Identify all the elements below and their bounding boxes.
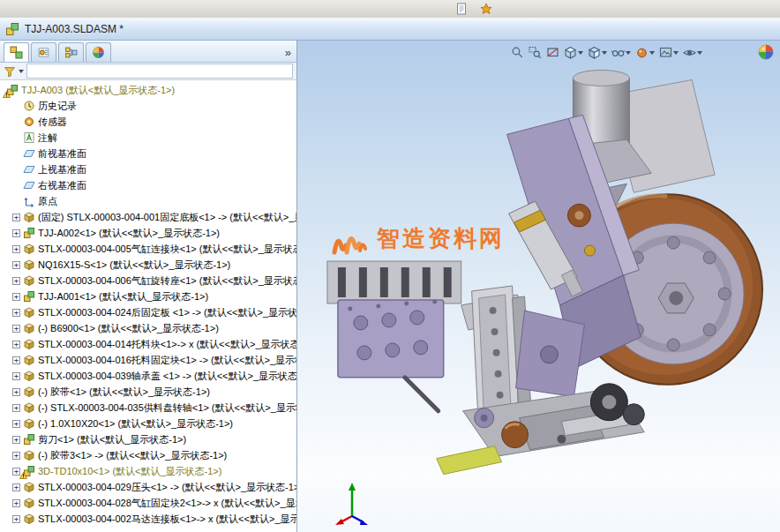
history-icon xyxy=(23,100,35,112)
graphics-viewport[interactable]: 智造资料网 xyxy=(297,41,780,532)
assembly-icon xyxy=(23,227,35,239)
window-title: TJJ-A003.SLDASM * xyxy=(25,23,124,35)
tree-item[interactable]: +NQ16X15-S<1> (默认<<默认>_显示状态-1>) xyxy=(0,257,296,273)
expand-toggle[interactable]: + xyxy=(12,452,20,460)
expand-toggle[interactable]: + xyxy=(12,356,20,364)
tree-item[interactable]: 前视基准面 xyxy=(0,146,296,161)
tree-item-label: TJJ-A001<1> (默认<默认_显示状态-1>) xyxy=(38,290,208,303)
expand-toggle[interactable]: + xyxy=(12,245,20,253)
part-icon xyxy=(23,401,35,414)
title-bar[interactable]: TJJ-A003.SLDASM * xyxy=(0,18,780,41)
view-orientation-caret[interactable] xyxy=(578,51,583,55)
tree-item[interactable]: 原点 xyxy=(0,193,296,209)
tree-item[interactable]: +STLX-00003-004-014托料块<1>-> x (默认<<默认>_显… xyxy=(0,336,296,352)
tree-item[interactable]: +TJJ-A001<1> (默认<默认_显示状态-1>) xyxy=(0,288,296,304)
filter-dropdown-caret[interactable] xyxy=(19,70,24,73)
tree-item-label: 上视基准面 xyxy=(38,163,86,176)
tree-item[interactable]: 上视基准面 xyxy=(0,161,296,177)
tree-item-label: (-) B6900<1> (默认<<默认>_显示状态-1>) xyxy=(38,322,219,335)
tree-item[interactable]: +STLX-00003-004-006气缸旋转座<1> (默认<<默认>_显示状… xyxy=(0,273,296,288)
filter-funnel-icon[interactable] xyxy=(4,65,16,77)
tree-item[interactable]: +(-) 1.0X10X20<1> (默认<默认>_显示状态-1>) xyxy=(0,416,296,431)
expand-toggle[interactable]: + xyxy=(12,293,20,301)
edit-appearance-icon[interactable] xyxy=(635,45,655,60)
tree-item-label: STLX-00003-004-029压头<1> -> (默认<<默认>_显示状态… xyxy=(38,481,296,494)
edit-appearance-caret[interactable] xyxy=(649,51,655,55)
tree-item[interactable]: +STLX-00003-004-028气缸固定块2<1>-> x (默认<<默认… xyxy=(0,495,296,511)
apply-scene-caret[interactable] xyxy=(673,51,679,55)
annotations-icon xyxy=(23,131,35,144)
expand-toggle[interactable]: + xyxy=(12,309,20,317)
hide-show-caret[interactable] xyxy=(626,51,631,55)
plane-icon xyxy=(23,147,35,160)
solidworks-resources-sphere[interactable] xyxy=(758,44,774,60)
tree-item[interactable]: +STLX-00003-004-016托料固定块<1> -> (默认<<默认>_… xyxy=(0,352,296,368)
configurationmanager-tab[interactable] xyxy=(58,42,84,62)
hide-show-items-icon[interactable] xyxy=(611,45,631,60)
menu-strip xyxy=(0,0,780,19)
document-icon[interactable] xyxy=(455,3,468,15)
zoom-to-area-icon[interactable] xyxy=(529,45,542,60)
zoom-fit-icon[interactable] xyxy=(511,45,524,60)
tree-item[interactable]: 右视基准面 xyxy=(0,177,296,193)
expand-toggle[interactable]: + xyxy=(12,341,20,348)
display-style-caret[interactable] xyxy=(602,51,607,55)
tree-item[interactable]: 注解 xyxy=(0,130,296,146)
expand-toggle[interactable]: + xyxy=(12,229,20,237)
expand-toggle[interactable]: + xyxy=(12,277,20,285)
tree-item[interactable]: +STLX-00003-004-029压头<1> -> (默认<<默认>_显示状… xyxy=(0,479,296,495)
sensors-icon xyxy=(23,116,35,128)
tree-item[interactable]: +3D-TD10x10<1> (默认<默认_显示状态-1>) xyxy=(0,463,296,479)
section-view-icon[interactable] xyxy=(546,45,559,60)
expand-toggle[interactable]: + xyxy=(12,388,20,396)
apply-scene-icon[interactable] xyxy=(659,45,679,60)
tree-item[interactable]: +(固定) STLX-00003-004-001固定底板<1> -> (默认<<… xyxy=(0,209,296,225)
displaymanager-tab[interactable] xyxy=(86,42,111,62)
expand-toggle[interactable]: + xyxy=(12,325,20,333)
3d-model[interactable] xyxy=(297,41,780,532)
star-icon[interactable] xyxy=(480,3,492,15)
part-icon xyxy=(23,306,35,318)
tree-item[interactable]: +STLX-00003-004-005气缸连接块<1> (默认<<默认>_显示状… xyxy=(0,241,296,257)
expand-toggle[interactable]: + xyxy=(12,214,20,221)
feature-manager-panel: » TJJ-A003 (默认<默认_显示状态-1>)历史记录传感器注解前视基准面… xyxy=(0,41,297,532)
tree-item[interactable]: 历史记录 xyxy=(0,98,296,114)
propertymanager-tab[interactable] xyxy=(31,42,56,62)
expand-toggle[interactable]: + xyxy=(12,261,20,269)
expand-toggle[interactable]: + xyxy=(12,372,20,380)
tree-item[interactable]: +STLX-00003-004-039轴承盖 <1> -> (默认<<默认>_显… xyxy=(0,368,296,384)
expand-toggle[interactable]: + xyxy=(12,420,20,428)
expand-toggle[interactable]: + xyxy=(12,404,20,412)
panel-overflow-chevron[interactable]: » xyxy=(285,44,291,62)
view-settings-icon[interactable] xyxy=(683,45,702,60)
propertymanager-icon xyxy=(37,46,50,59)
tree-item[interactable]: +(-) B6900<1> (默认<<默认>_显示状态-1>) xyxy=(0,320,296,336)
tree-item-label: STLX-00003-004-005气缸连接块<1> (默认<<默认>_显示状态… xyxy=(38,243,296,256)
view-orientation-icon[interactable] xyxy=(564,45,583,60)
tree-item[interactable]: TJJ-A003 (默认<默认_显示状态-1>) xyxy=(0,82,296,98)
tree-item-label: STLX-00003-004-002马达连接板<1>-> x (默认<<默认>_… xyxy=(38,513,296,526)
expand-toggle[interactable]: + xyxy=(12,499,20,507)
tree-item[interactable]: +STLX-00003-004-002马达连接板<1>-> x (默认<<默认>… xyxy=(0,511,296,527)
tree-item-label: STLX-00003-004-039轴承盖 <1> -> (默认<<默认>_显示… xyxy=(38,370,296,383)
part-icon xyxy=(23,243,35,255)
expand-toggle[interactable]: + xyxy=(12,515,20,523)
expand-toggle[interactable]: + xyxy=(12,483,20,491)
expand-toggle[interactable]: + xyxy=(12,436,20,444)
tree-item[interactable]: +剪刀<1> (默认<默认_显示状态-1>) xyxy=(0,431,296,447)
view-settings-caret[interactable] xyxy=(697,51,702,55)
part-icon xyxy=(23,211,35,223)
tree-item[interactable]: +(-) 胶带<1> (默认<<默认>_显示状态-1>) xyxy=(0,384,296,400)
featuremanager-tab[interactable] xyxy=(4,42,29,62)
display-style-icon[interactable] xyxy=(588,45,607,60)
tree-item-label: NQ16X15-S<1> (默认<<默认>_显示状态-1>) xyxy=(38,259,230,272)
tree-item[interactable]: +(-) STLX-00003-004-035供料盘转轴<1> (默认<<默认>… xyxy=(0,400,296,416)
tree-item[interactable]: +TJJ-A002<1> (默认<<默认>_显示状态-1>) xyxy=(0,225,296,241)
configurationmanager-icon xyxy=(64,46,78,59)
tree-item[interactable]: 传感器 xyxy=(0,114,296,130)
tree-item[interactable]: +(-) 胶带3<1> -> (默认<<默认>_显示状态-1>) xyxy=(0,447,296,463)
tree-filter-input[interactable] xyxy=(26,64,293,79)
part-icon xyxy=(23,481,35,493)
tree-item[interactable]: +STLX-00003-004-024后固定板 <1> -> (默认<<默认>_… xyxy=(0,304,296,320)
feature-tree: TJJ-A003 (默认<默认_显示状态-1>)历史记录传感器注解前视基准面上视… xyxy=(0,80,296,532)
